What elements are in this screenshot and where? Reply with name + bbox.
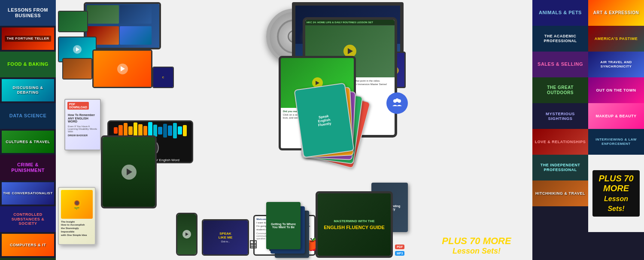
left-row-data: DATA SCIENCE: [0, 103, 56, 129]
forest-play-button[interactable]: [182, 230, 191, 239]
pdf-title-line1: How To Remember: [68, 113, 97, 117]
sidebar-item-academic-professional[interactable]: THE ACADEMIC PROFESSIONAL: [532, 26, 588, 52]
right-col-1: ANIMALS & PETS THE ACADEMIC PROFESSIONAL…: [532, 0, 588, 260]
plus-more-area: PLUS 70 MORE Lesson Sets!: [423, 236, 530, 256]
sidebar-item-sales-selling[interactable]: SALES & SELLING: [532, 52, 588, 77]
sidebar-item-out-on-town[interactable]: OUT ON THE TOWN: [588, 77, 644, 103]
left-row-cultures: CULTURES & TRAVEL: [0, 129, 56, 155]
sidebar-item-computers-it[interactable]: COMPUTERS & IT: [0, 232, 56, 258]
left-row-conversationalist: THE CONVERSATIONALIST: [0, 180, 56, 206]
left-row-discussing: DISCUSSING & DEBATING: [0, 77, 56, 103]
left-row-1: LESSONS FROM BUSINESS: [0, 0, 56, 26]
flashcard-5: SpeakEnglishFluently: [294, 83, 354, 158]
pdf-badge: PDF: [395, 245, 404, 249]
top-left-device-cluster: C: [58, 2, 174, 97]
sidebar-item-crime-punishment[interactable]: CRIME & PUNISHMENT: [0, 155, 56, 180]
plus-more-tile: PLUS 70 MORE Lesson Sets!: [588, 155, 644, 232]
mp3-badge: MP3: [395, 251, 404, 256]
sidebar-item-air-travel[interactable]: AIR TRAVEL AND SYNCHRONICITY: [588, 52, 644, 77]
sidebar-item-interviewing-law[interactable]: INTERVIEWING & LAW ENFORCEMENT: [588, 129, 644, 155]
left-row-time: TIME TO CLEAN: [0, 258, 56, 260]
mastermind-with-label: MASTERMIND WITH THE: [334, 219, 374, 223]
main-container: LESSONS FROM BUSINESS THE FORTUNE TELLER…: [0, 0, 644, 260]
insight-book: 🌻 The InsightHow to Accomplishthe Stunni…: [58, 187, 99, 247]
guide-book-1: Getting To Where You Want To Be: [266, 202, 301, 249]
right-col-2: ART & EXPRESSION AMERICA'S PASTIME AIR T…: [588, 0, 644, 232]
device-5: [62, 58, 92, 80]
sidebar-item-time-to-clean[interactable]: TIME TO CLEAN: [0, 258, 56, 260]
lesson-play-icon: [348, 48, 353, 54]
desktop-icon: 🖥: [247, 237, 259, 251]
left-sidebar: LESSONS FROM BUSINESS THE FORTUNE TELLER…: [0, 0, 56, 260]
sidebar-item-hitchhiking-travel[interactable]: HITCHHIKING & TRAVEL: [532, 180, 588, 206]
plus-more-tile-label: PLUS 70 MORE Lesson Sets!: [592, 170, 640, 217]
card-stack: Make AHabit ConnectFluency CorrectMyself…: [298, 86, 376, 172]
sidebar-item-controlled-substances[interactable]: CONTROLLED SUBSTANCES & SOCIETY: [0, 206, 56, 232]
left-row-food: FOOD & BAKING: [0, 52, 56, 77]
sidebar-item-conversationalist[interactable]: THE CONVERSATIONALIST: [0, 180, 56, 206]
pdf-title-line2: ANY ENGLISH WORD: [68, 117, 97, 123]
sidebar-item-makeup-beauty[interactable]: MAKEUP & BEAUTY: [588, 103, 644, 129]
sidebar-item-food-baking[interactable]: FOOD & BAKING: [0, 52, 56, 77]
sidebar-item-lessons-from-business[interactable]: LESSONS FROM BUSINESS: [0, 0, 56, 26]
stacked-guide-books: Getting To Where You Want To Be Getting …: [266, 202, 313, 258]
left-row-crime: CRIME & PUNISHMENT: [0, 155, 56, 180]
speak-mobile-tablet: SPEAKLIKE ME Click to...: [202, 219, 249, 256]
sidebar-item-americas-pastime[interactable]: AMERICA'S PASTIME: [588, 26, 644, 52]
sidebar-item-great-outdoors[interactable]: THE GREAT OUTDOORS: [532, 77, 588, 103]
mastermind-area: Getting To Where You Want To Be Getting …: [266, 172, 412, 258]
plus-more-label: PLUS 70 MORE: [423, 236, 530, 247]
sidebar-item-mysterious-sightings[interactable]: MYSTERIOUS SIGHTINGS: [532, 103, 588, 129]
right-sidebar: ANIMALS & PETS THE ACADEMIC PROFESSIONAL…: [532, 0, 644, 260]
forest-video-large: [101, 135, 157, 208]
sidebar-item-fortune-teller[interactable]: THE FORTUNE TELLER: [0, 26, 56, 52]
phone-forest-video: [176, 213, 197, 256]
food-play-icon: [316, 81, 319, 85]
pdf-author: DREW BADGER: [68, 134, 97, 137]
sidebar-item-cultures-travel[interactable]: CULTURES & TRAVEL: [0, 129, 56, 155]
forest-large-play[interactable]: [122, 165, 137, 180]
lesson-sets-label: Lesson Sets!: [423, 247, 530, 256]
format-icons-area: PDF MP3: [395, 245, 404, 258]
sidebar-item-art-expression[interactable]: ART & EXPRESSION: [588, 0, 644, 26]
forest-large-play-icon: [127, 168, 132, 175]
center-area: C 25 SPEAK LIKE ME: [56, 0, 532, 260]
device-2: [58, 11, 88, 32]
mastermind-screen: MASTERMIND WITH THE ENGLISH FLUENCY GUID…: [318, 193, 391, 256]
left-row-controlled: CONTROLLED SUBSTANCES & SOCIETY: [0, 206, 56, 232]
device-4: [92, 49, 152, 88]
english-fluency-guide-label: ENGLISH FLUENCY GUIDE: [324, 225, 385, 230]
device-6: C: [152, 67, 174, 88]
sidebar-item-discussing-debating[interactable]: DISCUSSING & DEBATING: [0, 77, 56, 103]
left-row-computers: COMPUTERS & IT: [0, 232, 56, 258]
sidebar-item-data-science[interactable]: DATA SCIENCE: [0, 103, 56, 129]
sidebar-item-animals-pets[interactable]: ANIMALS & PETS: [532, 0, 588, 26]
left-row-fortune: THE FORTUNE TELLER: [0, 26, 56, 52]
sidebar-item-independent-professional[interactable]: THE INDEPENDENT PROFESSIONAL: [532, 155, 588, 180]
mastermind-tablet: MASTERMIND WITH THE ENGLISH FLUENCY GUID…: [316, 191, 393, 258]
forest-play-icon: [185, 232, 188, 236]
pdf-subtitle: Even If You Have A Learning Disability W…: [68, 125, 97, 133]
sidebar-item-love-relationships[interactable]: LOVE & RELATIONSHIPS: [532, 129, 588, 155]
